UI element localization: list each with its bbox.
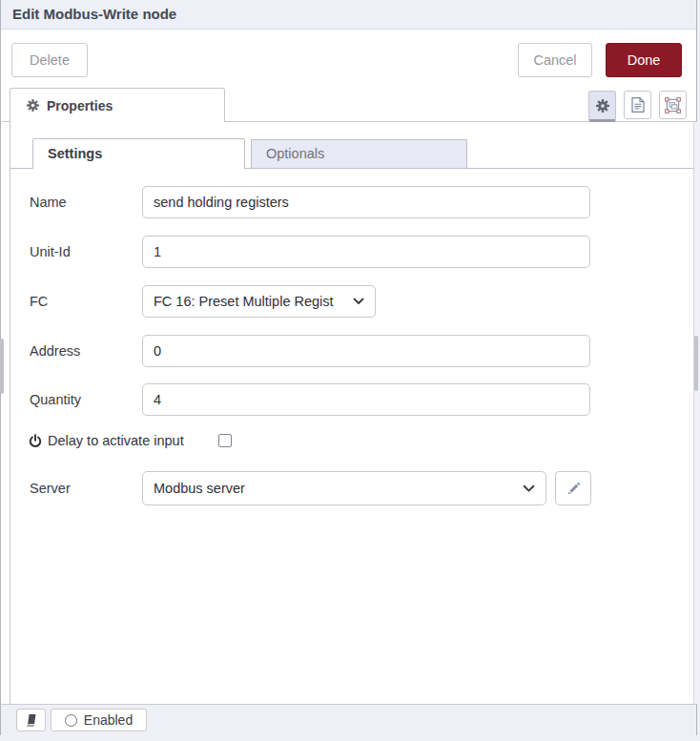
right-scrollbar-track: [693, 122, 698, 704]
appearance-button[interactable]: [659, 91, 687, 119]
address-label: Address: [30, 335, 80, 367]
appearance-icon: [665, 97, 681, 113]
status-circle-icon: [65, 714, 77, 727]
delay-label: Delay to activate input: [48, 433, 184, 448]
unit-id-input[interactable]: [142, 236, 590, 268]
tab-optionals[interactable]: Optionals: [251, 139, 467, 169]
book-icon: [25, 713, 38, 728]
document-icon: [631, 97, 645, 113]
content-panel-border: [10, 122, 10, 704]
tab-row-border: [225, 121, 697, 122]
right-scrollbar-thumb[interactable]: [694, 336, 698, 391]
chevron-down-icon: [353, 298, 364, 305]
name-input[interactable]: [142, 186, 590, 218]
power-icon: [29, 434, 42, 448]
properties-gear-button[interactable]: [588, 91, 616, 122]
delay-row: Delay to activate input: [29, 431, 184, 450]
unit-id-label: Unit-Id: [30, 236, 71, 268]
enabled-toggle-button[interactable]: Enabled: [51, 709, 147, 731]
tab-settings[interactable]: Settings: [32, 138, 245, 169]
fc-label: FC: [30, 285, 48, 318]
enabled-label: Enabled: [84, 712, 133, 728]
delete-button[interactable]: Delete: [11, 43, 88, 77]
dialog-title: Edit Modbus-Write node: [1, 0, 696, 29]
server-label: Server: [30, 471, 71, 505]
cancel-button[interactable]: Cancel: [518, 43, 592, 77]
quantity-label: Quantity: [30, 383, 81, 416]
edit-dialog: Edit Modbus-Write node Delete Cancel Don…: [0, 0, 697, 735]
left-scrollbar-thumb[interactable]: [0, 339, 4, 394]
tab-row-border: [2, 121, 10, 122]
chevron-down-icon: [523, 484, 535, 493]
subtab-row-border: [245, 168, 693, 169]
subtab-row-border: [10, 168, 32, 169]
edit-server-button[interactable]: [555, 471, 591, 505]
dialog-footer: Enabled: [1, 704, 696, 735]
description-button[interactable]: [624, 91, 651, 119]
address-input[interactable]: [142, 335, 590, 367]
done-button[interactable]: Done: [606, 43, 682, 77]
server-select-value: Modbus server: [154, 481, 245, 496]
fc-select[interactable]: FC 16: Preset Multiple Regist: [142, 285, 376, 318]
gear-icon: [596, 99, 609, 113]
gear-icon: [27, 99, 39, 112]
fc-select-value: FC 16: Preset Multiple Regist: [154, 294, 334, 309]
delay-checkbox[interactable]: [218, 434, 232, 447]
node-info-button[interactable]: [16, 709, 46, 731]
server-select[interactable]: Modbus server: [142, 471, 546, 505]
quantity-input[interactable]: [142, 383, 590, 416]
dialog-header: Edit Modbus-Write node: [1, 0, 696, 30]
pencil-icon: [566, 482, 581, 496]
tab-properties[interactable]: Properties: [10, 88, 225, 122]
edit-node-tray: Edit Modbus-Write node Delete Cancel Don…: [0, 0, 700, 741]
tab-properties-label: Properties: [47, 98, 113, 113]
name-label: Name: [30, 186, 67, 218]
